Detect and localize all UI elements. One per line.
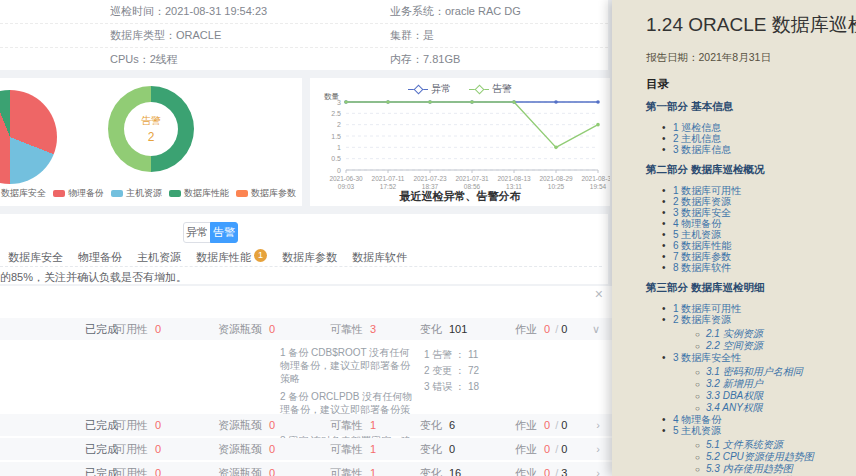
y-tick-label: 0 <box>337 167 341 174</box>
cell-value: / <box>555 443 558 455</box>
count-item: 3 错误 ： 18 <box>424 379 479 394</box>
category-pie-chart <box>0 90 57 184</box>
toc-sublink[interactable]: 5.2 CPU资源使用趋势图 <box>695 451 856 462</box>
toc-sublink[interactable]: 3.2 新增用户 <box>695 378 856 389</box>
cell-value: 已完成 <box>85 323 118 335</box>
cell-value: 0 <box>269 323 275 335</box>
x-tick-label: 2021-06-30 <box>329 175 363 182</box>
toc-link[interactable]: 4 物理备份 <box>662 218 856 229</box>
abnormal-alert-toggle: 异常告警 <box>183 222 238 243</box>
legend-item[interactable]: 物理备份 <box>53 187 104 200</box>
toc-sublink[interactable]: 5.3 内存使用趋势图 <box>695 463 856 474</box>
cell-value: 0 <box>561 323 567 335</box>
row-cell: 可用性0 <box>115 414 163 436</box>
legend-item[interactable]: 主机资源 <box>111 187 162 200</box>
category-tab[interactable]: 主机资源 <box>137 250 181 265</box>
toc-link[interactable]: 6 数据库性能 <box>662 240 856 251</box>
y-tick-label: 1 <box>337 144 341 151</box>
category-tabs: 数据库安全物理备份主机资源数据库性能1数据库参数数据库软件 <box>8 250 407 265</box>
toc-sublink[interactable]: 3.1 密码和用户名相同 <box>695 366 856 377</box>
toc-link[interactable]: 8 数据库软件 <box>662 262 856 273</box>
cell-label: 可靠性 <box>330 419 363 431</box>
chevron-right-icon: › <box>596 438 600 460</box>
toc-link[interactable]: 3 数据库安全 <box>662 207 856 218</box>
x-tick-label: 2021-08-13 <box>497 175 531 182</box>
x-tick-label: 2021-07-23 <box>413 175 447 182</box>
toggle-button[interactable]: 告警 <box>210 222 238 243</box>
cell-value: 已完成 <box>85 443 118 455</box>
data-point <box>596 123 600 127</box>
table-of-contents: 第一部分 基本信息1 巡检信息2 主机信息3 数据库信息第二部分 数据库巡检概况… <box>646 100 856 476</box>
legend-swatch <box>111 190 123 197</box>
info-row: 数据库类型：ORACLE集群：是 <box>0 24 608 48</box>
inspection-result-list-card: × 已完成可用性0资源瓶颈0可靠性3变化101作业0/0∨1 备份 CDB$RO… <box>0 286 612 476</box>
trend-line-chart: 00.511.522.532021-06-3009:032021-07-1117… <box>310 92 610 192</box>
inspection-row-header[interactable]: 已完成可用性0资源瓶颈0可靠性1变化6作业0/0› <box>0 414 612 436</box>
x-tick-label: 2021-08-29 <box>539 175 573 182</box>
toc-list: 1 数据库可用性2 数据库资源3 数据库安全4 物理备份5 主机资源6 数据库性… <box>646 185 856 273</box>
tab-badge: 1 <box>254 249 267 262</box>
category-tab[interactable]: 数据库安全 <box>8 250 63 265</box>
cell-value: 0 <box>544 419 550 431</box>
toc-sublink[interactable]: 3.4 ANY权限 <box>695 402 856 413</box>
category-tab[interactable]: 物理备份 <box>78 250 122 265</box>
trend-chart-title: 最近巡检异常、告警分布 <box>310 189 610 204</box>
dashboard-panel: 巡检时间：2021-08-31 19:54:23业务系统：oracle RAC … <box>0 0 612 476</box>
toc-link[interactable]: 1 数据库可用性 <box>662 185 856 196</box>
inspection-row-header[interactable]: 已完成可用性0资源瓶颈0可靠性3变化101作业0/0∨ <box>0 318 612 340</box>
toc-link[interactable]: 4 物理备份 <box>662 414 856 425</box>
toc-sublink[interactable]: 2.2 空间资源 <box>695 340 856 351</box>
cell-value: 0 <box>269 467 275 476</box>
toggle-button[interactable]: 异常 <box>183 222 211 243</box>
toc-sublink[interactable]: 3.3 DBA权限 <box>695 390 856 401</box>
row-cell: 作业0/3 <box>515 462 569 476</box>
cell-value: 已完成 <box>85 467 118 476</box>
cell-label: 作业 <box>515 443 537 455</box>
toc-link[interactable]: 2 数据库资源 <box>662 314 856 325</box>
inspection-row-header[interactable]: 已完成可用性0资源瓶颈0可靠性1变化0作业0/0› <box>0 438 612 460</box>
tab-label: 数据库安全 <box>8 250 63 265</box>
alert-detail-card: 异常告警 数据库安全物理备份主机资源数据库性能1数据库参数数据库软件 的85%，… <box>0 214 608 284</box>
row-cell: 可靠性3 <box>330 318 378 340</box>
distribution-pies-card: 告警 2 数据库安全物理备份主机资源数据库性能数据库参数数据库软件 <box>0 78 302 206</box>
toc-list: 1 巡检信息2 主机信息3 数据库信息 <box>646 122 856 155</box>
toc-link[interactable]: 3 数据库安全性 <box>662 352 856 363</box>
toc-link[interactable]: 3 数据库信息 <box>662 144 856 155</box>
legend-item[interactable]: 数据库性能 <box>169 187 229 200</box>
dashed-divider <box>0 266 602 267</box>
category-tab[interactable]: 数据库软件 <box>352 250 407 265</box>
data-point <box>428 100 432 104</box>
close-icon[interactable]: × <box>595 287 603 301</box>
toc-sublink[interactable]: 5.1 文件系统资源 <box>695 439 856 450</box>
cell-value: 0 <box>155 443 161 455</box>
cell-value: 1 <box>370 467 376 476</box>
data-point <box>386 100 390 104</box>
toc-link[interactable]: 2 主机信息 <box>662 133 856 144</box>
count-item: 1 告警 ： 11 <box>424 347 479 362</box>
row-cell: 作业0/0 <box>515 414 569 436</box>
y-tick-label: 2 <box>337 121 341 128</box>
row-cell: 可靠性1 <box>330 462 378 476</box>
cell-value: 0 <box>449 443 455 455</box>
toc-sublink[interactable]: 2.1 实例资源 <box>695 328 856 339</box>
toc-link[interactable]: 7 数据库参数 <box>662 251 856 262</box>
category-tab[interactable]: 数据库参数 <box>282 250 337 265</box>
toc-link[interactable]: 1 数据库可用性 <box>662 303 856 314</box>
legend-item[interactable]: 数据库安全 <box>0 187 46 200</box>
category-tab[interactable]: 数据库性能1 <box>196 250 267 265</box>
cell-value: / <box>555 467 558 476</box>
toc-link[interactable]: 5 主机资源 <box>662 425 856 436</box>
cell-label: 资源瓶颈 <box>218 323 262 335</box>
toc-section-title: 第二部分 数据库巡检概况 <box>646 163 856 177</box>
toc-link[interactable]: 1 巡检信息 <box>662 122 856 133</box>
info-field: CPUs：2线程 <box>110 48 178 71</box>
cell-label: 作业 <box>515 323 537 335</box>
toc-link[interactable]: 2 数据库资源 <box>662 196 856 207</box>
cell-label: 变化 <box>420 323 442 335</box>
cell-label: 可用性 <box>115 467 148 476</box>
legend-item[interactable]: 数据库参数 <box>236 187 296 200</box>
inspection-row-header[interactable]: 已完成可用性0资源瓶颈0可靠性1变化16作业0/3› <box>0 462 612 476</box>
legend-label: 数据库性能 <box>184 187 229 200</box>
toc-link[interactable]: 5 主机资源 <box>662 229 856 240</box>
cell-value: / <box>555 323 558 335</box>
